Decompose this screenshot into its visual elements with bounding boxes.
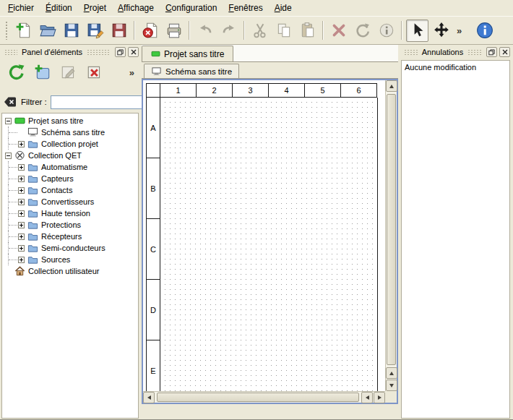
- row-ruler: A B C D E: [146, 98, 160, 391]
- menu-projet[interactable]: Projet: [78, 1, 112, 15]
- dock-grip[interactable]: [87, 49, 110, 56]
- dock-grip[interactable]: [404, 49, 418, 56]
- menu-configuration[interactable]: Configuration: [160, 1, 223, 15]
- undo-panel-titlebar[interactable]: Annulations: [401, 46, 510, 58]
- select-mode-button[interactable]: [406, 20, 428, 42]
- folder-icon: [27, 231, 38, 241]
- tree-item-projet-sans-titre[interactable]: Projet sans titre: [2, 115, 138, 127]
- undo-history-list[interactable]: Aucune modification: [401, 60, 510, 419]
- expand-plus-icon[interactable]: [18, 187, 25, 194]
- clear-filter-button[interactable]: [3, 95, 17, 109]
- new-element-button[interactable]: [32, 62, 53, 83]
- about-button[interactable]: [473, 20, 496, 42]
- tree-item-recepteurs[interactable]: Récepteurs: [2, 231, 138, 242]
- tree-item-collection-utilisateur[interactable]: Collection utilisateur: [2, 265, 138, 277]
- tree-item-label: Capteurs: [41, 173, 74, 184]
- expand-plus-icon[interactable]: [18, 199, 25, 205]
- toolbar-overflow-chevron[interactable]: »: [454, 25, 465, 36]
- new-element-icon: [34, 64, 51, 81]
- tree-item-automatisme[interactable]: Automatisme: [2, 161, 138, 173]
- menu-fenetres[interactable]: Fenêtres: [223, 1, 268, 15]
- pan-mode-button[interactable]: [430, 20, 452, 42]
- tab-schema-sans-titre[interactable]: Schéma sans titre: [144, 64, 239, 78]
- float-dock-button[interactable]: [115, 47, 126, 57]
- scroll-down-button[interactable]: [386, 380, 397, 391]
- horizontal-scroll-thumb[interactable]: [157, 393, 359, 402]
- vertical-scrollbar[interactable]: [385, 80, 397, 391]
- tree-item-haute-tension[interactable]: Haute tension: [2, 207, 138, 219]
- copy-icon: [275, 22, 293, 39]
- undo-panel-title: Annulations: [421, 48, 465, 56]
- expand-plus-icon[interactable]: [18, 222, 25, 228]
- menu-aide[interactable]: Aide: [269, 1, 298, 15]
- tree-item-protections[interactable]: Protections: [2, 219, 138, 231]
- menu-fichier[interactable]: Fichier: [2, 1, 40, 15]
- conductor-info-button[interactable]: [375, 20, 397, 42]
- scroll-up-button-bottom[interactable]: [386, 367, 397, 379]
- undo-list-item: Aucune modification: [402, 61, 509, 73]
- dock-grip[interactable]: [467, 49, 481, 56]
- tree-item-semi-conducteurs[interactable]: Semi-conducteurs: [2, 242, 138, 254]
- collapse-minus-icon[interactable]: [5, 118, 12, 124]
- expand-plus-icon[interactable]: [18, 210, 25, 217]
- toolbar-grip[interactable]: [5, 21, 9, 40]
- delete-element-button[interactable]: [84, 62, 105, 83]
- undo-button[interactable]: [194, 20, 216, 42]
- expand-plus-icon[interactable]: [18, 164, 25, 171]
- expand-plus-icon[interactable]: [18, 141, 25, 147]
- toolbar-separator: [322, 21, 324, 40]
- elements-panel-titlebar[interactable]: Panel d'éléments: [1, 46, 139, 58]
- scroll-up-button[interactable]: [386, 80, 397, 92]
- delete-button[interactable]: [327, 20, 350, 42]
- paste-button[interactable]: [296, 20, 319, 42]
- close-dock-button[interactable]: [499, 47, 510, 57]
- tree-item-sources[interactable]: Sources: [2, 254, 138, 265]
- open-project-button[interactable]: [36, 20, 59, 42]
- expand-plus-icon[interactable]: [18, 176, 25, 182]
- menu-affichage[interactable]: Affichage: [112, 1, 160, 15]
- scroll-left-button-right[interactable]: [361, 392, 373, 403]
- close-dock-button[interactable]: [128, 47, 139, 57]
- tree-item-schema-sans-titre[interactable]: Schéma sans titre: [2, 127, 138, 138]
- close-icon: [502, 49, 508, 55]
- rotate-button[interactable]: [351, 20, 374, 42]
- tree-item-collection-qet[interactable]: Collection QET: [2, 150, 138, 161]
- save-as-icon: [87, 22, 104, 39]
- tree-item-contacts[interactable]: Contacts: [2, 184, 138, 196]
- cut-button[interactable]: [249, 20, 271, 42]
- tree-item-capteurs[interactable]: Capteurs: [2, 173, 138, 184]
- save-button[interactable]: [60, 20, 82, 42]
- menu-edition[interactable]: Édition: [40, 1, 78, 15]
- expand-plus-icon[interactable]: [18, 245, 25, 252]
- print-button[interactable]: [163, 20, 185, 42]
- close-file-icon: [142, 22, 159, 39]
- folder-icon: [27, 173, 38, 184]
- expand-plus-icon[interactable]: [18, 233, 25, 240]
- panel-overflow-chevron[interactable]: »: [129, 67, 134, 78]
- edit-element-button[interactable]: [58, 62, 79, 83]
- float-dock-button[interactable]: [486, 47, 497, 57]
- drawing-grid[interactable]: [160, 98, 378, 391]
- scroll-right-button[interactable]: [374, 392, 385, 403]
- redo-button[interactable]: [217, 20, 240, 42]
- expand-plus-icon[interactable]: [18, 257, 25, 263]
- schema-sheet[interactable]: 1 2 3 4 5 6 A B C D E: [146, 83, 378, 391]
- vertical-scroll-thumb[interactable]: [387, 94, 396, 365]
- tree-item-label: Convertisseurs: [41, 197, 94, 207]
- tree-item-convertisseurs[interactable]: Convertisseurs: [2, 196, 138, 207]
- new-file-button[interactable]: [12, 20, 35, 42]
- save-all-button[interactable]: [108, 20, 130, 42]
- save-as-button[interactable]: [84, 20, 106, 42]
- horizontal-scrollbar[interactable]: [143, 391, 385, 403]
- dock-grip[interactable]: [4, 49, 17, 56]
- copy-button[interactable]: [272, 20, 295, 42]
- folder-icon: [27, 139, 38, 149]
- tab-bar-empty-area: [233, 45, 398, 61]
- close-file-button[interactable]: [139, 20, 161, 42]
- collapse-minus-icon[interactable]: [5, 153, 12, 159]
- reload-collections-button[interactable]: [6, 62, 27, 83]
- tree-item-collection-projet[interactable]: Collection projet: [2, 138, 138, 150]
- tab-projet-sans-titre[interactable]: Projet sans titre: [142, 46, 233, 61]
- scroll-left-button[interactable]: [143, 392, 155, 403]
- elements-tree[interactable]: Projet sans titre Schéma sans titre Coll…: [1, 113, 139, 419]
